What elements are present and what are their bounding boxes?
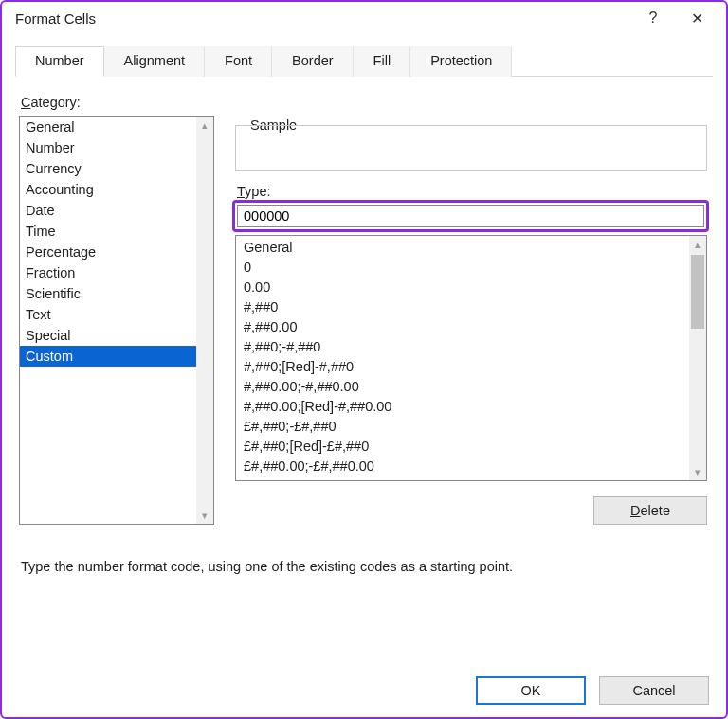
category-item[interactable]: Date [20, 200, 196, 221]
category-label: Category: [21, 95, 81, 110]
format-code-item[interactable]: #,##0 [236, 297, 689, 317]
format-code-item[interactable]: 0 [236, 258, 689, 278]
tab-fill[interactable]: Fill [354, 46, 411, 77]
format-cells-dialog: Format Cells ? ✕ Number Alignment Font B… [0, 0, 728, 719]
format-code-item[interactable]: £#,##0.00;-£#,##0.00 [236, 457, 689, 476]
type-label: Type: [237, 184, 270, 199]
category-item[interactable]: Number [20, 137, 196, 158]
format-code-item[interactable]: £#,##0;[Red]-£#,##0 [236, 437, 689, 457]
format-code-listbox[interactable]: General00.00#,##0#,##0.00#,##0;-#,##0#,#… [235, 235, 707, 481]
sample-box [235, 125, 707, 171]
format-code-item[interactable]: #,##0;[Red]-#,##0 [236, 357, 689, 377]
tab-body-number: Category: GeneralNumberCurrencyAccountin… [15, 85, 713, 656]
tab-font[interactable]: Font [205, 46, 272, 77]
type-input[interactable] [237, 205, 704, 227]
delete-button[interactable]: Delete [593, 496, 707, 525]
help-text: Type the number format code, using one o… [21, 559, 703, 574]
dialog-button-row: OK Cancel [2, 664, 726, 717]
category-item[interactable]: Custom [20, 346, 196, 367]
dialog-title: Format Cells [15, 10, 631, 27]
category-item[interactable]: Scientific [20, 283, 196, 304]
format-code-item[interactable]: #,##0;-#,##0 [236, 337, 689, 357]
sample-value [236, 126, 706, 134]
format-code-item[interactable]: #,##0.00;[Red]-#,##0.00 [236, 397, 689, 417]
format-code-item[interactable]: 0.00 [236, 278, 689, 297]
category-item[interactable]: Accounting [20, 179, 196, 200]
category-item[interactable]: Fraction [20, 262, 196, 283]
format-list-inner: General00.00#,##0#,##0.00#,##0;-#,##0#,#… [236, 236, 689, 480]
category-item[interactable]: Percentage [20, 242, 196, 262]
scroll-down-icon[interactable]: ▾ [689, 463, 706, 480]
tab-strip: Number Alignment Font Border Fill Protec… [15, 45, 713, 77]
tab-border[interactable]: Border [272, 46, 354, 77]
scroll-down-icon[interactable]: ▾ [196, 507, 213, 524]
cancel-button[interactable]: Cancel [599, 676, 709, 705]
scroll-up-icon[interactable]: ▴ [196, 117, 213, 134]
category-scrollbar[interactable]: ▴ ▾ [196, 117, 213, 524]
category-item[interactable]: Special [20, 325, 196, 346]
category-item[interactable]: Currency [20, 158, 196, 179]
ok-button[interactable]: OK [476, 676, 586, 705]
format-code-item[interactable]: General [236, 238, 689, 258]
format-code-item[interactable]: #,##0.00 [236, 317, 689, 337]
format-scrollbar[interactable]: ▴ ▾ [689, 236, 706, 480]
type-input-highlight [232, 200, 709, 232]
category-item[interactable]: General [20, 117, 196, 137]
format-code-item[interactable]: #,##0.00;-#,##0.00 [236, 377, 689, 397]
category-list-inner: GeneralNumberCurrencyAccountingDateTimeP… [20, 117, 196, 524]
category-item[interactable]: Time [20, 221, 196, 242]
close-button[interactable]: ✕ [675, 4, 719, 32]
scroll-thumb[interactable] [691, 255, 704, 329]
category-listbox[interactable]: GeneralNumberCurrencyAccountingDateTimeP… [19, 116, 214, 525]
scroll-up-icon[interactable]: ▴ [689, 236, 706, 253]
help-button[interactable]: ? [631, 4, 675, 32]
titlebar: Format Cells ? ✕ [2, 2, 726, 34]
tab-protection[interactable]: Protection [410, 46, 512, 77]
format-code-item[interactable]: £#,##0;-£#,##0 [236, 417, 689, 437]
tab-alignment[interactable]: Alignment [104, 46, 205, 77]
category-item[interactable]: Text [20, 304, 196, 325]
tab-number[interactable]: Number [15, 46, 104, 77]
